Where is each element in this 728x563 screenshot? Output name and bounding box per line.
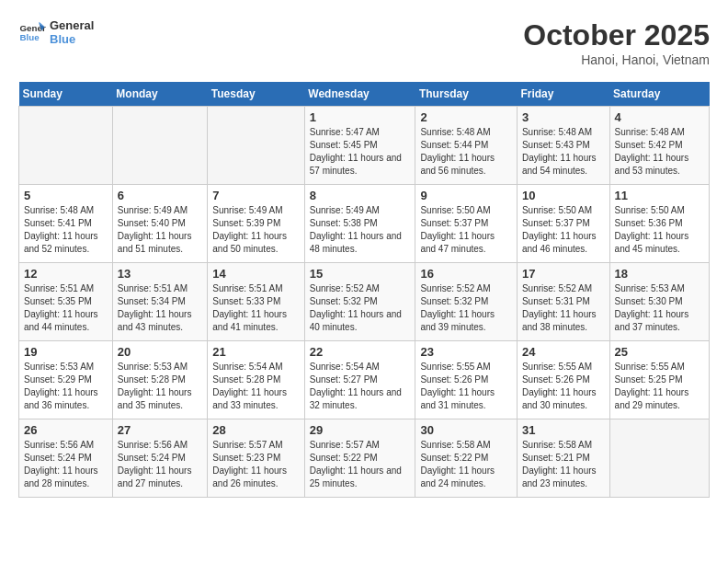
calendar-cell: 19Sunrise: 5:53 AM Sunset: 5:29 PM Dayli…	[19, 341, 113, 419]
day-number: 17	[522, 267, 605, 281]
calendar-cell: 8Sunrise: 5:49 AM Sunset: 5:38 PM Daylig…	[304, 185, 415, 263]
day-number: 5	[24, 189, 108, 202]
logo-line1: General	[50, 18, 94, 32]
calendar-week-row: 12Sunrise: 5:51 AM Sunset: 5:35 PM Dayli…	[19, 263, 710, 341]
day-number: 6	[118, 189, 202, 202]
calendar-cell: 12Sunrise: 5:51 AM Sunset: 5:35 PM Dayli…	[19, 263, 113, 341]
day-detail: Sunrise: 5:57 AM Sunset: 5:23 PM Dayligh…	[212, 439, 299, 490]
day-detail: Sunrise: 5:54 AM Sunset: 5:27 PM Dayligh…	[310, 361, 411, 412]
calendar-cell: 11Sunrise: 5:50 AM Sunset: 5:36 PM Dayli…	[609, 185, 709, 263]
calendar-cell: 31Sunrise: 5:58 AM Sunset: 5:21 PM Dayli…	[517, 419, 609, 498]
calendar-cell: 26Sunrise: 5:56 AM Sunset: 5:24 PM Dayli…	[19, 419, 113, 498]
day-number: 1	[310, 110, 411, 124]
day-number: 19	[24, 345, 108, 359]
day-number: 30	[420, 423, 512, 437]
weekday-header: Saturday	[609, 82, 709, 107]
calendar-week-row: 5Sunrise: 5:48 AM Sunset: 5:41 PM Daylig…	[19, 185, 710, 263]
calendar-cell: 16Sunrise: 5:52 AM Sunset: 5:32 PM Dayli…	[415, 263, 518, 341]
day-detail: Sunrise: 5:54 AM Sunset: 5:28 PM Dayligh…	[212, 361, 299, 412]
day-detail: Sunrise: 5:58 AM Sunset: 5:22 PM Dayligh…	[420, 439, 512, 490]
calendar-cell: 1Sunrise: 5:47 AM Sunset: 5:45 PM Daylig…	[304, 107, 415, 185]
calendar-cell: 10Sunrise: 5:50 AM Sunset: 5:37 PM Dayli…	[517, 185, 609, 263]
day-number: 4	[615, 110, 704, 124]
day-number: 14	[212, 267, 299, 281]
weekday-header: Tuesday	[208, 82, 304, 107]
calendar-cell: 9Sunrise: 5:50 AM Sunset: 5:37 PM Daylig…	[415, 185, 518, 263]
day-detail: Sunrise: 5:52 AM Sunset: 5:32 PM Dayligh…	[420, 282, 512, 334]
calendar-cell	[609, 419, 709, 498]
day-number: 26	[24, 423, 108, 437]
day-detail: Sunrise: 5:51 AM Sunset: 5:35 PM Dayligh…	[24, 282, 108, 334]
calendar-cell	[112, 107, 207, 185]
day-detail: Sunrise: 5:55 AM Sunset: 5:26 PM Dayligh…	[522, 361, 605, 412]
calendar-cell: 23Sunrise: 5:55 AM Sunset: 5:26 PM Dayli…	[415, 341, 518, 419]
day-detail: Sunrise: 5:49 AM Sunset: 5:39 PM Dayligh…	[212, 204, 299, 256]
day-number: 28	[212, 423, 299, 437]
calendar-cell: 25Sunrise: 5:55 AM Sunset: 5:25 PM Dayli…	[609, 341, 709, 419]
calendar-cell: 18Sunrise: 5:53 AM Sunset: 5:30 PM Dayli…	[609, 263, 709, 341]
day-detail: Sunrise: 5:47 AM Sunset: 5:45 PM Dayligh…	[310, 126, 411, 178]
day-detail: Sunrise: 5:48 AM Sunset: 5:41 PM Dayligh…	[24, 204, 108, 256]
day-detail: Sunrise: 5:48 AM Sunset: 5:43 PM Dayligh…	[522, 126, 605, 178]
calendar-cell: 21Sunrise: 5:54 AM Sunset: 5:28 PM Dayli…	[208, 341, 304, 419]
day-number: 29	[310, 423, 411, 437]
calendar-cell: 30Sunrise: 5:58 AM Sunset: 5:22 PM Dayli…	[415, 419, 518, 498]
day-number: 10	[522, 189, 605, 202]
calendar-cell	[208, 107, 304, 185]
calendar-table: SundayMondayTuesdayWednesdayThursdayFrid…	[18, 82, 710, 498]
day-number: 25	[615, 345, 704, 359]
calendar-cell: 5Sunrise: 5:48 AM Sunset: 5:41 PM Daylig…	[19, 185, 113, 263]
weekday-header: Sunday	[19, 82, 113, 107]
day-number: 16	[420, 267, 512, 281]
weekday-header-row: SundayMondayTuesdayWednesdayThursdayFrid…	[19, 82, 710, 107]
day-detail: Sunrise: 5:55 AM Sunset: 5:26 PM Dayligh…	[420, 361, 512, 412]
svg-text:Blue: Blue	[20, 32, 40, 42]
day-number: 24	[522, 345, 605, 359]
day-detail: Sunrise: 5:49 AM Sunset: 5:40 PM Dayligh…	[118, 204, 202, 256]
calendar-cell: 29Sunrise: 5:57 AM Sunset: 5:22 PM Dayli…	[304, 419, 415, 498]
calendar-week-row: 1Sunrise: 5:47 AM Sunset: 5:45 PM Daylig…	[19, 107, 710, 185]
day-detail: Sunrise: 5:50 AM Sunset: 5:37 PM Dayligh…	[420, 204, 512, 256]
calendar-cell: 15Sunrise: 5:52 AM Sunset: 5:32 PM Dayli…	[304, 263, 415, 341]
day-detail: Sunrise: 5:52 AM Sunset: 5:31 PM Dayligh…	[522, 282, 605, 334]
calendar-cell: 2Sunrise: 5:48 AM Sunset: 5:44 PM Daylig…	[415, 107, 518, 185]
day-number: 20	[118, 345, 202, 359]
logo-line2: Blue	[50, 32, 94, 46]
day-number: 13	[118, 267, 202, 281]
calendar-cell: 6Sunrise: 5:49 AM Sunset: 5:40 PM Daylig…	[112, 185, 207, 263]
day-detail: Sunrise: 5:50 AM Sunset: 5:37 PM Dayligh…	[522, 204, 605, 256]
day-detail: Sunrise: 5:49 AM Sunset: 5:38 PM Dayligh…	[310, 204, 411, 256]
calendar-cell	[19, 107, 113, 185]
day-detail: Sunrise: 5:50 AM Sunset: 5:36 PM Dayligh…	[615, 204, 704, 256]
calendar-week-row: 26Sunrise: 5:56 AM Sunset: 5:24 PM Dayli…	[19, 419, 710, 498]
day-number: 11	[615, 189, 704, 202]
weekday-header: Thursday	[415, 82, 518, 107]
logo-icon: General Blue	[18, 18, 46, 46]
day-detail: Sunrise: 5:55 AM Sunset: 5:25 PM Dayligh…	[615, 361, 704, 412]
weekday-header: Friday	[517, 82, 609, 107]
calendar-cell: 3Sunrise: 5:48 AM Sunset: 5:43 PM Daylig…	[517, 107, 609, 185]
day-detail: Sunrise: 5:56 AM Sunset: 5:24 PM Dayligh…	[118, 439, 202, 490]
day-detail: Sunrise: 5:51 AM Sunset: 5:34 PM Dayligh…	[118, 282, 202, 334]
logo: General Blue General Blue	[18, 18, 94, 46]
day-number: 21	[212, 345, 299, 359]
calendar-cell: 28Sunrise: 5:57 AM Sunset: 5:23 PM Dayli…	[208, 419, 304, 498]
day-detail: Sunrise: 5:57 AM Sunset: 5:22 PM Dayligh…	[310, 439, 411, 490]
day-detail: Sunrise: 5:53 AM Sunset: 5:30 PM Dayligh…	[615, 282, 704, 334]
day-detail: Sunrise: 5:51 AM Sunset: 5:33 PM Dayligh…	[212, 282, 299, 334]
day-number: 18	[615, 267, 704, 281]
calendar-cell: 17Sunrise: 5:52 AM Sunset: 5:31 PM Dayli…	[517, 263, 609, 341]
weekday-header: Wednesday	[304, 82, 415, 107]
day-number: 3	[522, 110, 605, 124]
calendar-cell: 7Sunrise: 5:49 AM Sunset: 5:39 PM Daylig…	[208, 185, 304, 263]
day-detail: Sunrise: 5:56 AM Sunset: 5:24 PM Dayligh…	[24, 439, 108, 490]
weekday-header: Monday	[112, 82, 207, 107]
day-number: 22	[310, 345, 411, 359]
calendar-cell: 14Sunrise: 5:51 AM Sunset: 5:33 PM Dayli…	[208, 263, 304, 341]
day-detail: Sunrise: 5:52 AM Sunset: 5:32 PM Dayligh…	[310, 282, 411, 334]
calendar-cell: 20Sunrise: 5:53 AM Sunset: 5:28 PM Dayli…	[112, 341, 207, 419]
day-number: 15	[310, 267, 411, 281]
calendar-cell: 24Sunrise: 5:55 AM Sunset: 5:26 PM Dayli…	[517, 341, 609, 419]
calendar-week-row: 19Sunrise: 5:53 AM Sunset: 5:29 PM Dayli…	[19, 341, 710, 419]
day-detail: Sunrise: 5:48 AM Sunset: 5:42 PM Dayligh…	[615, 126, 704, 178]
